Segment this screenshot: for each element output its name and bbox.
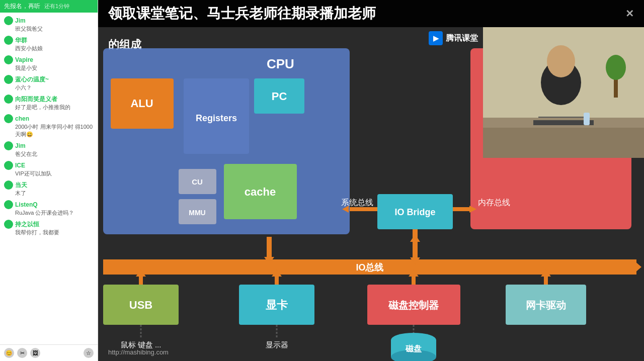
avatar [4,141,13,150]
chat-username: 当天 [4,180,94,190]
username-text: 蓝心の温度~ [15,75,49,84]
tencent-icon: ▶ [429,31,443,45]
username-text: 持之以恒 [15,220,39,229]
svg-rect-69 [584,113,590,125]
scissors-button[interactable]: ✂ [17,348,27,358]
main-content: 领取课堂笔记、马士兵老师往期录播加老师 ✕ 的组成 ▶ 腾讯课堂 CPU ALU [98,0,644,361]
chat-message: 我是小安 [4,64,94,72]
sidebar-header-sub: 还有1分钟 [44,3,69,10]
chat-item: 持之以恒 我帮你打，我都要 [0,218,98,238]
svg-text:CPU: CPU [267,56,294,71]
chat-message: RuJava 公开课会进吗？ [4,209,94,217]
chat-message: 好了是吧，小推推我的 [4,104,94,111]
svg-text:系统总线: 系统总线 [341,198,373,207]
chat-message: 2000小时 用来学同小时 得1000天啊😄 [4,123,94,138]
chat-message: 班父我爸父 [4,25,94,33]
chat-message: 爸父在北 [4,150,94,158]
svg-text:显卡: 显卡 [266,299,288,311]
username-text: ListenQ [15,201,38,208]
chat-message: 小六？ [4,84,94,92]
chat-username: Vapire [4,55,94,64]
chat-item: 华群 西安小姑娘 [0,34,98,54]
chat-item: chen 2000小时 用来学同小时 得1000天啊😄 [0,113,98,140]
chat-item: 当天 木了 [0,179,98,199]
top-banner: 领取课堂笔记、马士兵老师往期录播加老师 ✕ [98,0,644,27]
chat-username: 华群 [4,36,94,45]
svg-text:USB: USB [129,299,152,311]
avatar [4,220,13,229]
avatar [4,180,13,190]
webcam-feed [483,27,644,158]
chat-item: ListenQ RuJava 公开课会进吗？ [0,199,98,218]
avatar [4,75,13,84]
chat-item: 向阳而笑是义者 好了是吧，小推推我的 [0,93,98,113]
svg-text:内存总线: 内存总线 [478,198,510,207]
svg-text:MMU: MMU [189,209,205,217]
svg-rect-66 [538,117,589,118]
username-text: 向阳而笑是义者 [15,95,57,104]
svg-marker-20 [634,260,641,274]
chat-item: Jim 班父我爸父 [0,15,98,34]
chat-message: 西安小姑娘 [4,45,94,52]
avatar [4,16,13,25]
webcam-overlay [483,27,644,158]
svg-text:CU: CU [192,177,203,186]
svg-point-68 [606,55,626,80]
chat-username: ListenQ [4,200,94,209]
svg-text:磁盘控制器: 磁盘控制器 [388,300,439,311]
avatar [4,95,13,104]
username-text: 华群 [15,36,27,45]
username-text: Jim [15,17,26,24]
avatar [4,114,13,123]
chat-username: ICE [4,161,94,170]
username-text: chen [15,115,29,122]
svg-text:鼠标 键盘 ...: 鼠标 键盘 ... [121,340,162,349]
username-text: Vapire [15,56,33,63]
svg-text:ALU: ALU [130,97,153,110]
svg-text:网卡驱动: 网卡驱动 [526,300,566,311]
chat-message: 木了 [4,190,94,197]
chat-list: Jim 班父我爸父 华群 西安小姑娘 Vapire 我是小安 蓝心の温度~ 小六… [0,13,98,344]
avatar [4,36,13,45]
sidebar-footer: 😊 ✂ 🖼 ☆ [0,344,98,361]
banner-text: 领取课堂笔记、马士兵老师往期录播加老师 [108,4,376,23]
username-text: Jim [15,142,26,149]
emoji-button[interactable]: 😊 [4,348,14,358]
chat-item: ICE VIP还可以加队 [0,159,98,179]
svg-point-64 [547,45,575,77]
avatar [4,200,13,209]
chat-item: 蓝心の温度~ 小六？ [0,73,98,93]
video-container: 的组成 ▶ 腾讯课堂 CPU ALU PC Registers [98,27,644,361]
chat-message: 我帮你打，我都要 [4,229,94,236]
svg-text:Registers: Registers [196,113,237,123]
chat-username: 向阳而笑是义者 [4,95,94,104]
sidebar-header: 先报名，再听 还有1分钟 [0,0,98,13]
svg-text:IO Bridge: IO Bridge [394,207,435,217]
username-text: ICE [15,162,25,169]
svg-text:PC: PC [272,90,287,103]
avatar [4,161,13,170]
website-url: http://mashibing.com [108,348,169,356]
chat-item: Vapire 我是小安 [0,54,98,73]
svg-text:IO总线: IO总线 [356,262,384,273]
settings-button[interactable]: ☆ [84,348,94,358]
chat-username: Jim [4,141,94,150]
sidebar-header-text: 先报名，再听 [4,2,40,11]
chat-username: chen [4,114,94,123]
image-button[interactable]: 🖼 [30,348,40,358]
tencent-name: 腾讯课堂 [446,33,478,44]
sidebar: 先报名，再听 还有1分钟 Jim 班父我爸父 华群 西安小姑娘 Vapire 我… [0,0,98,361]
chat-message: VIP还可以加队 [4,170,94,177]
svg-text:磁盘: 磁盘 [405,344,422,353]
username-text: 当天 [15,181,27,190]
chat-item: Jim 爸父在北 [0,140,98,159]
tencent-logo: ▶ 腾讯课堂 [429,31,478,45]
svg-text:显示器: 显示器 [266,340,288,349]
avatar [4,55,13,64]
close-button[interactable]: ✕ [625,8,634,20]
chat-username: Jim [4,16,94,25]
diagram-area: 的组成 ▶ 腾讯课堂 CPU ALU PC Registers [98,27,644,361]
chat-username: 蓝心の温度~ [4,75,94,84]
chat-username: 持之以恒 [4,220,94,229]
svg-text:cache: cache [245,186,276,198]
